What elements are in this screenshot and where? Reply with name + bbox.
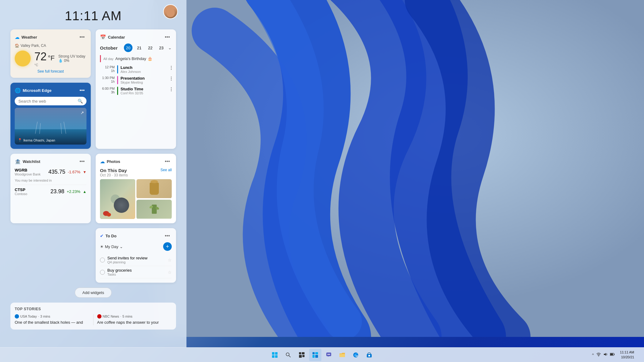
calendar-day-21[interactable]: 21 [135, 43, 144, 52]
todo-task-2-title: Buy groceries [107, 268, 165, 273]
taskbar-widgets-button[interactable] [309, 349, 321, 361]
calendar-day-22[interactable]: 22 [146, 43, 155, 52]
stock-1-ticker: WGRB [15, 168, 40, 172]
photos-title: Photos [107, 159, 120, 164]
calendar-icon: 📅 [100, 34, 106, 40]
taskbar-search-button[interactable] [282, 349, 294, 361]
edge-title: Microsoft Edge [23, 88, 52, 93]
nbc-news-logo [97, 314, 102, 319]
svg-rect-12 [315, 352, 318, 354]
todo-checkbox-2[interactable] [100, 270, 105, 275]
weather-widget: ☁ Weather ••• 🏠 Valley Park, CA 72 °F °C [10, 29, 91, 78]
todo-chevron-icon: ⌄ [120, 244, 123, 249]
svg-rect-20 [339, 354, 345, 357]
todo-checkbox-1[interactable] [100, 258, 105, 262]
svg-rect-2 [275, 352, 278, 355]
story-1-source: USA Today [20, 315, 37, 318]
event-3-title: Studio Time [121, 87, 168, 91]
photos-widget: ☁ Photos ••• On This Day Oct 20 · 33 ite… [96, 154, 176, 223]
svg-rect-11 [312, 352, 315, 354]
usa-today-logo [15, 314, 19, 319]
event-2-title: Presentation [121, 76, 168, 81]
photos-grid [100, 179, 172, 219]
story-2-time: 5 mins [122, 315, 132, 318]
todo-star-2[interactable]: ☆ [168, 270, 172, 275]
edge-more-button[interactable]: ••• [78, 87, 86, 94]
add-widgets-button[interactable]: Add widgets [75, 288, 112, 298]
taskbar-taskview-button[interactable] [296, 349, 308, 361]
edge-widget: 🌐 Microsoft Edge ••• 🔍 [10, 83, 91, 149]
calendar-day-20[interactable]: 20 [124, 43, 132, 52]
todo-sun-icon: ☀ [100, 244, 104, 249]
calendar-widget: 📅 Calendar ••• October 20 21 22 23 ⌄ All… [96, 29, 176, 149]
todo-widget: ✔ To Do ••• ☀ My Day ⌄ + Send invites fo… [96, 228, 176, 283]
profile-avatar[interactable] [163, 4, 178, 19]
edge-bridge-image: 📍 Ikema Ohashi, Japan ↗ [15, 108, 86, 145]
todo-my-day-selector[interactable]: ☀ My Day ⌄ [100, 244, 123, 249]
svg-rect-10 [302, 355, 305, 357]
svg-line-6 [289, 356, 290, 357]
stock-2-company: Contoso [15, 192, 27, 196]
weather-unit: °F [48, 54, 55, 62]
stock-1-change: -1.67% [68, 170, 80, 174]
calendar-expand-button[interactable]: ⌄ [168, 45, 172, 50]
story-2-source: NBC News [103, 315, 119, 318]
todo-task-1-title: Send invites for review [107, 256, 165, 260]
watchlist-more-button[interactable]: ••• [78, 158, 86, 165]
svg-point-17 [328, 354, 329, 355]
event-1-title: Lunch [121, 65, 168, 70]
systray-chevron[interactable]: ^ [591, 353, 595, 357]
taskbar: ^ [0, 347, 644, 362]
systray-wifi-icon[interactable] [596, 352, 602, 357]
weather-more-button[interactable]: ••• [78, 34, 86, 40]
systray-sound-icon[interactable] [602, 352, 608, 357]
svg-point-18 [329, 354, 330, 355]
edge-search-bar[interactable]: 🔍 [15, 97, 86, 105]
todo-add-button[interactable]: + [163, 242, 172, 251]
calendar-event-1: 12 PM 1h Lunch Alex Johnson [100, 65, 172, 74]
edge-search-input[interactable] [18, 99, 75, 104]
svg-rect-8 [302, 352, 305, 354]
todo-title: To Do [105, 234, 117, 238]
story-1: USA Today · 3 mins One of the smallest b… [15, 314, 90, 325]
weather-precipitation: 💧 0% [58, 58, 85, 63]
watchlist-stock-2: CTSP Contoso 23.98 +2.23% ▲ [15, 187, 86, 196]
stock-2-price: 23.98 [51, 188, 64, 195]
svg-rect-9 [299, 355, 302, 358]
edge-expand-button[interactable]: ↗ [80, 110, 84, 115]
time-display: 11:11 AM [65, 9, 121, 23]
photos-more-button[interactable]: ••• [163, 158, 172, 165]
svg-rect-3 [272, 355, 274, 358]
svg-rect-23 [368, 355, 370, 356]
photos-icon: ☁ [100, 159, 105, 164]
windows-start-button[interactable] [269, 349, 281, 361]
systray-battery-icon[interactable] [609, 352, 616, 357]
calendar-more-button[interactable]: ••• [163, 34, 172, 40]
watchlist-title: Watchlist [23, 159, 40, 164]
edge-icon: 🌐 [15, 88, 21, 93]
taskbar-store-button[interactable] [363, 349, 375, 361]
weather-unit-toggle[interactable]: °C [34, 63, 55, 67]
svg-rect-27 [614, 354, 615, 355]
calendar-title: Calendar [108, 35, 125, 40]
todo-star-1[interactable]: ☆ [168, 258, 172, 262]
weather-location: 🏠 Valley Park, CA [15, 43, 86, 48]
watchlist-stock-1: WGRB Woodgrove Bank 435.75 -1.67% ▼ [15, 168, 86, 176]
photos-see-all-link[interactable]: See all [160, 168, 172, 172]
taskbar-chat-button[interactable] [323, 349, 335, 361]
weather-title: Weather [21, 35, 37, 40]
weather-forecast-link[interactable]: See full forecast [15, 69, 86, 74]
weather-icon: ☁ [15, 34, 20, 40]
story-1-headline: One of the smallest black holes — and [15, 320, 90, 325]
taskbar-edge-button[interactable] [350, 349, 362, 361]
todo-task-1-sub: Q4 planning [107, 260, 165, 264]
calendar-day-23[interactable]: 23 [157, 43, 166, 52]
watchlist-widget: 🏦 Watchlist ••• WGRB Woodgrove Bank 435.… [10, 154, 91, 223]
watchlist-icon: 🏦 [15, 159, 21, 164]
taskbar-clock[interactable]: 11:11 AM 10/20/21 [618, 350, 637, 360]
calendar-all-day-event: All day Angela's Birthday 🎂 [100, 55, 172, 62]
taskbar-files-button[interactable] [336, 349, 348, 361]
svg-rect-26 [610, 353, 613, 355]
todo-more-button[interactable]: ••• [163, 232, 172, 239]
desktop-ribbon [153, 0, 644, 337]
